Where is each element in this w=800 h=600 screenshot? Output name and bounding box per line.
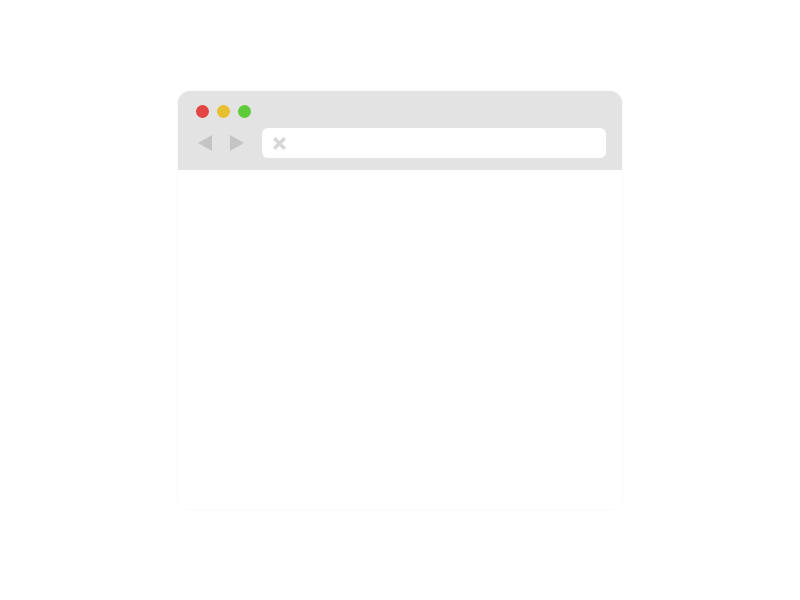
window-maximize-button[interactable] <box>238 105 251 118</box>
back-button[interactable] <box>194 132 216 154</box>
content-area <box>178 169 622 509</box>
address-input[interactable] <box>294 136 598 151</box>
browser-window <box>178 91 622 509</box>
close-icon <box>272 136 287 151</box>
back-icon <box>196 133 214 153</box>
address-bar <box>262 128 606 158</box>
window-minimize-button[interactable] <box>217 105 230 118</box>
window-close-button[interactable] <box>196 105 209 118</box>
forward-icon <box>228 133 246 153</box>
forward-button[interactable] <box>226 132 248 154</box>
toolbar <box>194 128 606 158</box>
traffic-lights <box>194 103 606 118</box>
stop-button[interactable] <box>270 134 288 152</box>
titlebar <box>178 91 622 169</box>
